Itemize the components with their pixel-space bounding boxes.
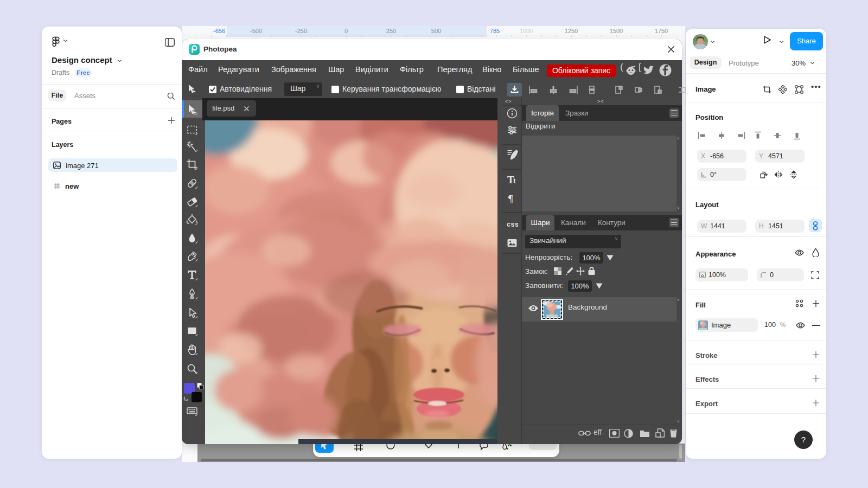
svg-text:¶: ¶ [508,193,513,204]
svg-text:css: css [507,221,519,229]
svg-text:t: t [513,177,516,185]
